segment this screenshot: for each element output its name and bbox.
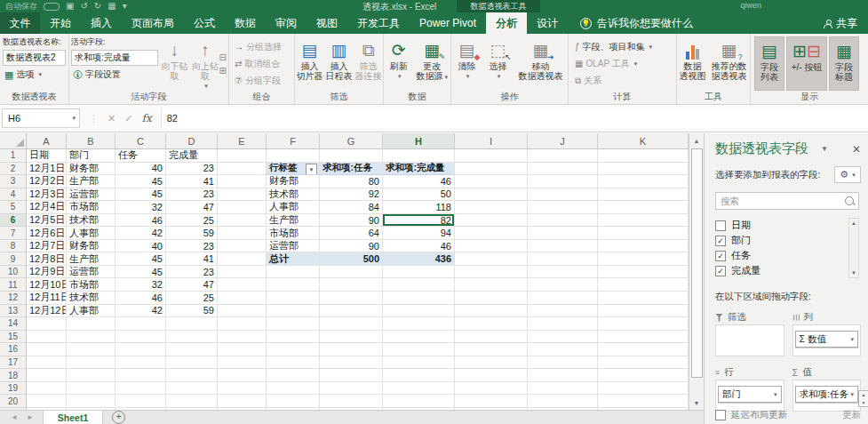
cell-A12[interactable]: 12月11日 — [27, 292, 67, 305]
share-button[interactable]: 共享 — [813, 12, 868, 34]
cell-J8[interactable] — [528, 240, 598, 253]
drill-down-button[interactable]: ↓ 向下钻取 — [158, 36, 191, 91]
cell-K5[interactable] — [598, 201, 689, 214]
name-box[interactable]: H6 ▾ — [2, 108, 80, 128]
cell-F14[interactable] — [267, 317, 320, 331]
cell-J9[interactable] — [528, 252, 598, 266]
column-header-I[interactable]: I — [455, 133, 528, 149]
cell-C3[interactable]: 45 — [115, 175, 166, 188]
cell-I10[interactable] — [455, 266, 528, 279]
cell-F6[interactable]: 生产部 — [267, 214, 320, 228]
column-header-H[interactable]: H — [383, 133, 455, 149]
field-item-完成量[interactable]: ✓完成量 — [715, 263, 847, 278]
cell-I17[interactable] — [455, 356, 528, 370]
cell-D2[interactable]: 23 — [166, 163, 218, 176]
row-header-9[interactable]: 9 — [0, 252, 27, 266]
collapse-field-icon[interactable]: ⊟ — [219, 52, 227, 62]
cell-C2[interactable]: 40 — [115, 163, 166, 176]
cell-D15[interactable] — [166, 331, 218, 344]
cell-G1[interactable] — [320, 149, 383, 163]
cell-E1[interactable] — [218, 149, 267, 163]
cell-C4[interactable]: 45 — [115, 188, 166, 202]
tab-页面布局[interactable]: 页面布局 — [122, 12, 184, 34]
cell-H17[interactable] — [383, 356, 455, 370]
redo-icon[interactable]: ↻ — [94, 2, 101, 11]
cell-C14[interactable] — [115, 317, 166, 331]
cell-H18[interactable] — [383, 369, 455, 382]
ungroup-button[interactable]: ⇄ 取消组合 — [233, 57, 294, 71]
field-list-scroll-down-icon[interactable]: ▼ — [849, 268, 858, 277]
cell-I20[interactable] — [455, 395, 528, 408]
cell-D19[interactable] — [166, 382, 218, 396]
cell-J13[interactable] — [528, 305, 598, 318]
cell-J17[interactable] — [528, 356, 598, 370]
vertical-scrollbar-thumb[interactable] — [691, 148, 703, 378]
cell-I5[interactable] — [455, 201, 528, 214]
area-field-pill-Σ 数值[interactable]: Σ 数值▾ — [795, 331, 859, 348]
field-settings-button[interactable]: 🛈 字段设置 — [71, 68, 158, 82]
cell-E14[interactable] — [218, 317, 267, 331]
row-header-14[interactable]: 14 — [0, 317, 27, 331]
cell-H9[interactable]: 436 — [383, 252, 455, 266]
autosave-toggle[interactable]: 自动保存 — [5, 1, 37, 12]
values-spinner[interactable]: ▲▼ — [858, 390, 868, 407]
cell-F16[interactable] — [267, 343, 320, 356]
cell-J4[interactable] — [528, 188, 598, 202]
pill-dropdown-icon[interactable]: ▾ — [850, 391, 854, 398]
row-header-17[interactable]: 17 — [0, 356, 27, 370]
cell-D16[interactable] — [166, 343, 218, 356]
row-header-15[interactable]: 15 — [0, 331, 27, 344]
formula-input[interactable]: 82 — [161, 108, 868, 128]
drill-up-button[interactable]: ↑ 向上钻取▾ — [191, 36, 219, 91]
name-box-dropdown-icon[interactable]: ▾ — [72, 115, 76, 122]
cell-A2[interactable]: 12月1日 — [27, 163, 67, 176]
row-header-16[interactable]: 16 — [0, 343, 27, 356]
cell-C18[interactable] — [115, 369, 166, 382]
cell-D7[interactable]: 59 — [166, 227, 218, 240]
cell-K9[interactable] — [598, 252, 689, 266]
cell-A10[interactable]: 12月9日 — [27, 266, 67, 279]
cell-I11[interactable] — [455, 278, 528, 292]
cell-B17[interactable] — [67, 356, 115, 370]
refresh-button[interactable]: ⟳ 刷新▾ — [385, 36, 413, 91]
cell-F2[interactable]: 行标签▼ — [267, 163, 320, 176]
cell-A9[interactable]: 12月8日 — [27, 252, 67, 266]
tab-分析[interactable]: 分析 — [486, 12, 527, 34]
cell-K4[interactable] — [598, 188, 689, 202]
cell-H7[interactable]: 94 — [383, 227, 455, 240]
field-list-scroll-up-icon[interactable]: ▲ — [849, 219, 858, 228]
cell-G19[interactable] — [320, 382, 383, 396]
cell-F9[interactable]: 总计 — [267, 252, 320, 266]
cell-F12[interactable] — [267, 292, 320, 305]
cell-D8[interactable]: 23 — [166, 240, 218, 253]
quick-access-dropdown-icon[interactable]: ▾ — [123, 2, 127, 11]
cell-E17[interactable] — [218, 356, 267, 370]
pivotchart-button[interactable]: 数据透视图 — [678, 36, 708, 91]
cell-C17[interactable] — [115, 356, 166, 370]
cell-H11[interactable] — [383, 278, 455, 292]
active-field-input[interactable]: 求和项:完成量 — [71, 50, 158, 66]
cell-G15[interactable] — [320, 331, 383, 344]
cell-E6[interactable] — [218, 214, 267, 228]
field-headers-toggle[interactable]: ▦ 字段标题 — [829, 36, 859, 91]
field-search-input[interactable] — [716, 196, 845, 206]
cell-K10[interactable] — [598, 266, 689, 279]
column-header-A[interactable]: A — [27, 133, 67, 149]
cell-G17[interactable] — [320, 356, 383, 370]
filter-connections-button[interactable]: ⧉ 筛选器连接 — [354, 36, 383, 91]
tab-开发工具[interactable]: 开发工具 — [347, 12, 410, 34]
defer-layout-checkbox[interactable] — [715, 410, 726, 420]
cell-K8[interactable] — [598, 240, 689, 253]
cell-H14[interactable] — [383, 317, 455, 331]
column-header-K[interactable]: K — [598, 133, 689, 149]
cell-K1[interactable] — [598, 149, 689, 163]
values-area-items[interactable]: ▲▼ 求和项:任务▾ — [792, 380, 862, 412]
cell-I2[interactable] — [455, 163, 528, 176]
row-header-2[interactable]: 2 — [0, 163, 27, 176]
cell-J5[interactable] — [528, 201, 598, 214]
row-header-12[interactable]: 12 — [0, 292, 27, 305]
cell-G5[interactable]: 84 — [320, 201, 383, 214]
cell-H6[interactable]: 82 — [383, 214, 455, 228]
cell-I16[interactable] — [455, 343, 528, 356]
cell-H3[interactable]: 46 — [383, 175, 455, 188]
